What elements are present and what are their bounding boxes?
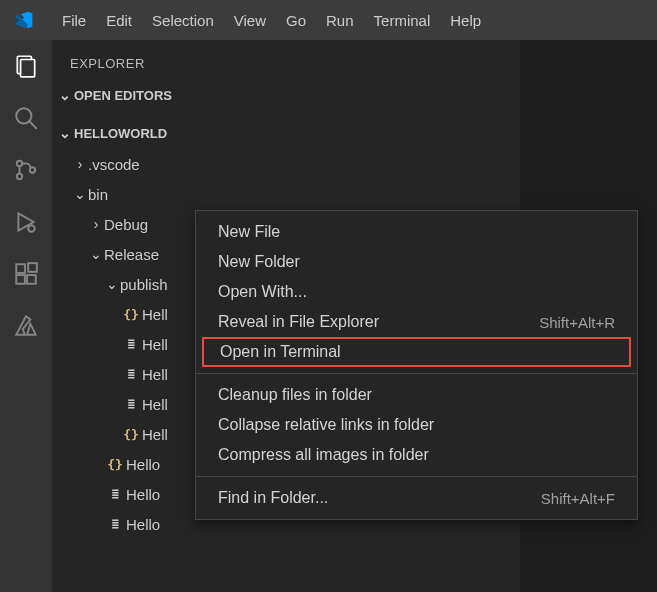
ctx-reveal[interactable]: Reveal in File ExplorerShift+Alt+R xyxy=(196,307,637,337)
azure-icon[interactable] xyxy=(12,312,40,340)
svg-point-7 xyxy=(28,225,34,232)
menubar: File Edit Selection View Go Run Terminal… xyxy=(52,6,491,35)
shortcut-label: Shift+Alt+R xyxy=(539,314,615,331)
ctx-collapse[interactable]: Collapse relative links in folder xyxy=(196,410,637,440)
ctx-cleanup[interactable]: Cleanup files in folder xyxy=(196,380,637,410)
chevron-right-icon: › xyxy=(72,156,88,172)
file-icon: ≣ xyxy=(120,367,142,381)
separator xyxy=(196,373,637,374)
chevron-right-icon: › xyxy=(88,216,104,232)
svg-rect-10 xyxy=(27,275,36,284)
chevron-down-icon: ⌄ xyxy=(72,186,88,202)
run-debug-icon[interactable] xyxy=(12,208,40,236)
json-icon: {} xyxy=(120,427,142,442)
vscode-logo-icon xyxy=(14,10,34,30)
open-editors-label: OPEN EDITORS xyxy=(74,88,172,103)
menu-terminal[interactable]: Terminal xyxy=(364,6,441,35)
json-icon: {} xyxy=(120,307,142,322)
extensions-icon[interactable] xyxy=(12,260,40,288)
svg-point-6 xyxy=(30,167,35,172)
json-icon: {} xyxy=(104,457,126,472)
svg-point-5 xyxy=(17,174,22,179)
titlebar: File Edit Selection View Go Run Terminal… xyxy=(0,0,657,40)
svg-rect-9 xyxy=(16,275,25,284)
menu-selection[interactable]: Selection xyxy=(142,6,224,35)
chevron-down-icon: ⌄ xyxy=(56,87,74,103)
chevron-down-icon: ⌄ xyxy=(56,125,74,141)
chevron-down-icon: ⌄ xyxy=(88,246,104,262)
menu-help[interactable]: Help xyxy=(440,6,491,35)
menu-run[interactable]: Run xyxy=(316,6,364,35)
menu-go[interactable]: Go xyxy=(276,6,316,35)
activitybar xyxy=(0,40,52,592)
project-label: HELLOWORLD xyxy=(74,126,167,141)
svg-rect-8 xyxy=(16,264,25,273)
menu-file[interactable]: File xyxy=(52,6,96,35)
menu-view[interactable]: View xyxy=(224,6,276,35)
file-icon: ≣ xyxy=(120,397,142,411)
source-control-icon[interactable] xyxy=(12,156,40,184)
ctx-new-file[interactable]: New File xyxy=(196,217,637,247)
svg-rect-1 xyxy=(21,60,35,77)
search-icon[interactable] xyxy=(12,104,40,132)
svg-rect-11 xyxy=(28,263,37,272)
svg-point-4 xyxy=(17,161,22,166)
ctx-compress[interactable]: Compress all images in folder xyxy=(196,440,637,470)
ctx-open-with[interactable]: Open With... xyxy=(196,277,637,307)
svg-point-2 xyxy=(16,108,31,123)
separator xyxy=(196,476,637,477)
explorer-icon[interactable] xyxy=(12,52,40,80)
file-icon: ≣ xyxy=(104,517,126,531)
chevron-down-icon: ⌄ xyxy=(104,276,120,292)
ctx-find-folder[interactable]: Find in Folder...Shift+Alt+F xyxy=(196,483,637,513)
file-icon: ≣ xyxy=(104,487,126,501)
svg-line-3 xyxy=(29,121,37,129)
ctx-new-folder[interactable]: New Folder xyxy=(196,247,637,277)
menu-edit[interactable]: Edit xyxy=(96,6,142,35)
file-icon: ≣ xyxy=(120,337,142,351)
shortcut-label: Shift+Alt+F xyxy=(541,490,615,507)
ctx-open-terminal[interactable]: Open in Terminal xyxy=(202,337,631,367)
context-menu: New File New Folder Open With... Reveal … xyxy=(195,210,638,520)
